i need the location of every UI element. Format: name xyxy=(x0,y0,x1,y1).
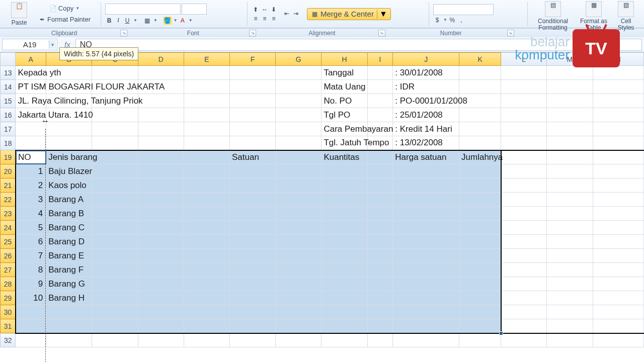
cell-L28[interactable] xyxy=(501,277,547,291)
cell-D22[interactable] xyxy=(138,193,184,207)
dialog-launcher-icon[interactable]: ↘ xyxy=(507,30,514,37)
cell-K13[interactable] xyxy=(459,66,501,80)
cell-N23[interactable] xyxy=(593,207,643,221)
cell-M25[interactable] xyxy=(547,235,593,249)
align-top-button[interactable]: ⬆ xyxy=(252,6,260,14)
row-header[interactable]: 25 xyxy=(1,235,16,249)
cell-G23[interactable] xyxy=(276,207,321,221)
cell-L20[interactable] xyxy=(501,164,547,178)
cell-J13[interactable]: : 30/01/2008 xyxy=(393,66,459,80)
cell-L19[interactable] xyxy=(501,150,547,164)
cell-G13[interactable] xyxy=(276,66,321,80)
cell-B21[interactable]: Kaos polo xyxy=(46,178,92,193)
chevron-down-icon[interactable]: ▼ xyxy=(377,10,387,19)
cell-N17[interactable] xyxy=(593,122,643,136)
cell-C27[interactable] xyxy=(92,263,138,277)
cell-G25[interactable] xyxy=(276,235,321,249)
cell-K23[interactable] xyxy=(459,207,501,221)
cell-G14[interactable] xyxy=(276,80,321,94)
cell-I21[interactable] xyxy=(367,178,393,193)
cell-J18[interactable]: : 13/02/2008 xyxy=(393,136,459,150)
cell-N27[interactable] xyxy=(593,263,643,277)
cell-E13[interactable] xyxy=(184,66,229,80)
cell-C25[interactable] xyxy=(92,235,138,249)
cell-D23[interactable] xyxy=(138,207,184,221)
cell-M31[interactable] xyxy=(547,319,593,333)
cell-E17[interactable] xyxy=(184,122,229,136)
cell-B31[interactable] xyxy=(46,319,92,333)
cell-L16[interactable] xyxy=(501,108,547,122)
cell-I20[interactable] xyxy=(367,164,393,178)
chevron-down-icon[interactable]: ▼ xyxy=(49,40,56,49)
cell-F15[interactable] xyxy=(230,94,276,108)
cell-D32[interactable] xyxy=(138,333,184,347)
cell-K19[interactable]: Jumlahnya xyxy=(459,150,501,164)
cell-G19[interactable] xyxy=(276,150,321,164)
cell-J23[interactable] xyxy=(393,207,459,221)
column-header-I[interactable]: I xyxy=(367,53,393,66)
cell-N30[interactable] xyxy=(593,305,643,319)
cell-D18[interactable] xyxy=(138,136,184,150)
cell-A28[interactable]: 9 xyxy=(16,277,46,291)
cell-A23[interactable]: 4 xyxy=(16,207,46,221)
cell-H25[interactable] xyxy=(321,235,367,249)
cell-B28[interactable]: Barang G xyxy=(46,277,92,291)
name-box[interactable]: A19 ▼ xyxy=(2,39,57,50)
cell-K17[interactable] xyxy=(459,122,501,136)
cell-L18[interactable] xyxy=(501,136,547,150)
align-bottom-button[interactable]: ⬇ xyxy=(270,6,278,14)
cell-E16[interactable] xyxy=(184,108,229,122)
cell-N14[interactable] xyxy=(593,80,643,94)
cell-K25[interactable] xyxy=(459,235,501,249)
cell-J24[interactable] xyxy=(393,221,459,235)
cell-B19[interactable]: Jenis barang xyxy=(46,150,92,164)
cell-G31[interactable] xyxy=(276,319,321,333)
borders-button[interactable]: ▦ xyxy=(143,17,151,25)
align-left-button[interactable]: ≡ xyxy=(252,15,260,23)
cell-C23[interactable] xyxy=(92,207,138,221)
cell-N22[interactable] xyxy=(593,193,643,207)
cell-L29[interactable] xyxy=(501,291,547,305)
dialog-launcher-icon[interactable]: ↘ xyxy=(378,30,385,37)
cell-L25[interactable] xyxy=(501,235,547,249)
cell-A26[interactable]: 7 xyxy=(16,249,46,263)
currency-button[interactable]: $ xyxy=(433,16,441,24)
cell-F32[interactable] xyxy=(230,333,276,347)
cell-E22[interactable] xyxy=(184,193,229,207)
cell-D16[interactable] xyxy=(138,108,184,122)
cell-E26[interactable] xyxy=(184,249,229,263)
cell-C22[interactable] xyxy=(92,193,138,207)
cell-D26[interactable] xyxy=(138,249,184,263)
cell-D24[interactable] xyxy=(138,221,184,235)
fill-color-button[interactable]: 🪣 xyxy=(164,17,172,25)
cell-styles-button[interactable]: ▧ Cell Styles xyxy=(613,0,638,32)
cell-L30[interactable] xyxy=(501,305,547,319)
row-header[interactable]: 29 xyxy=(1,291,16,305)
cell-L22[interactable] xyxy=(501,193,547,207)
cell-D17[interactable] xyxy=(138,122,184,136)
cell-M17[interactable] xyxy=(547,122,593,136)
cell-C13[interactable] xyxy=(92,66,138,80)
conditional-formatting-button[interactable]: ▤ Conditional Formatting xyxy=(532,0,574,32)
cell-L15[interactable] xyxy=(501,94,547,108)
cell-N20[interactable] xyxy=(593,164,643,178)
cell-H18[interactable]: Tgl. Jatuh Tempo xyxy=(321,136,367,150)
row-header[interactable]: 24 xyxy=(1,221,16,235)
cell-D25[interactable] xyxy=(138,235,184,249)
row-header[interactable]: 13 xyxy=(1,66,16,80)
cell-D27[interactable] xyxy=(138,263,184,277)
format-painter-button[interactable]: ✒ Format Painter xyxy=(36,15,93,25)
cell-F19[interactable]: Satuan xyxy=(230,150,276,164)
cell-N19[interactable] xyxy=(593,150,643,164)
cell-B23[interactable]: Barang B xyxy=(46,207,92,221)
cell-K20[interactable] xyxy=(459,164,501,178)
column-header-G[interactable]: G xyxy=(276,53,321,66)
cell-J25[interactable] xyxy=(393,235,459,249)
cell-I13[interactable] xyxy=(367,66,393,80)
row-header[interactable]: 22 xyxy=(1,193,16,207)
column-header-E[interactable]: E xyxy=(184,53,229,66)
cell-F21[interactable] xyxy=(230,178,276,193)
cell-I30[interactable] xyxy=(367,305,393,319)
cell-B17[interactable] xyxy=(46,122,92,136)
row-header[interactable]: 14 xyxy=(1,80,16,94)
